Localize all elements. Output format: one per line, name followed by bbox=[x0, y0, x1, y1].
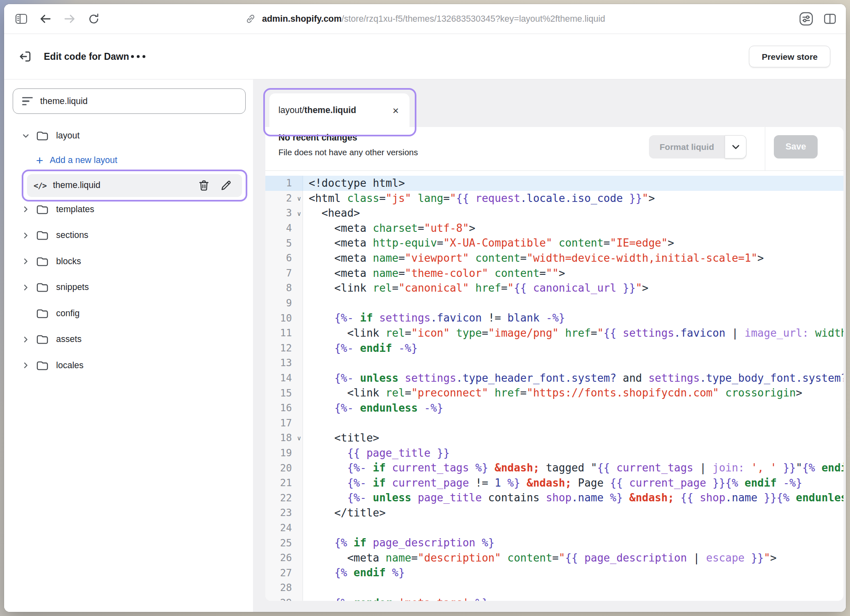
fold-icon[interactable]: ∨ bbox=[297, 210, 301, 217]
line-number: 10 bbox=[280, 313, 303, 324]
code-line-6[interactable]: 6 <meta name="viewport" content="width=d… bbox=[265, 251, 843, 266]
code-line-18[interactable]: 18∨ <title> bbox=[265, 430, 843, 446]
sidebar-item-theme.liquid[interactable]: </>theme.liquid bbox=[27, 174, 242, 197]
folder-icon bbox=[36, 256, 49, 267]
code-line-16[interactable]: 16 {%- endunless -%} bbox=[265, 401, 843, 416]
status-title: No recent changes bbox=[278, 133, 357, 143]
file-search-input[interactable] bbox=[40, 96, 245, 106]
code-line-22[interactable]: 22 {%- unless page_title contains shop.n… bbox=[265, 490, 843, 505]
code-line-27[interactable]: 27 {% endif %} bbox=[265, 565, 843, 580]
app-header: Edit code for Dawn Preview store bbox=[4, 34, 846, 79]
line-number: 13 bbox=[280, 357, 303, 369]
address-bar[interactable]: admin.shopify.com/store/rzq1xu-f5/themes… bbox=[245, 4, 605, 34]
chevron-right-icon[interactable] bbox=[20, 284, 31, 291]
back-icon[interactable] bbox=[39, 13, 52, 25]
url-host: admin.shopify.com bbox=[262, 14, 341, 24]
page-title: Edit code for Dawn bbox=[44, 51, 129, 62]
line-number: 20 bbox=[280, 462, 303, 474]
chevron-right-icon[interactable] bbox=[20, 336, 31, 343]
code-line-1[interactable]: 1<!doctype html> bbox=[265, 176, 843, 191]
folder-icon bbox=[36, 334, 49, 345]
format-liquid-button[interactable]: Format liquid bbox=[649, 135, 725, 159]
code-line-5[interactable]: 5 <meta http-equiv="X-UA-Compatible" con… bbox=[265, 236, 843, 251]
line-number: 25 bbox=[280, 537, 303, 549]
sidebar-item-assets[interactable]: assets bbox=[4, 326, 253, 353]
folder-icon bbox=[36, 360, 49, 371]
sidebar-item-blocks[interactable]: blocks bbox=[4, 249, 253, 275]
chevron-right-icon[interactable] bbox=[20, 232, 31, 239]
code-line-25[interactable]: 25 {% if page_description %} bbox=[265, 535, 843, 550]
sidebar-toggle-icon[interactable] bbox=[15, 13, 28, 25]
line-number: 11 bbox=[280, 327, 303, 339]
format-options-caret[interactable] bbox=[725, 135, 746, 159]
sidebar-item-locales[interactable]: locales bbox=[4, 353, 253, 379]
folder-icon bbox=[36, 230, 49, 241]
code-file-icon: </> bbox=[34, 181, 46, 190]
file-search-box[interactable] bbox=[13, 88, 246, 114]
line-number: 29 bbox=[280, 597, 303, 601]
tab-close-icon[interactable]: × bbox=[391, 104, 400, 117]
code-line-12[interactable]: 12 {%- endif -%} bbox=[265, 341, 843, 356]
tab-theme-liquid[interactable]: layout/theme.liquid × bbox=[269, 93, 409, 127]
sidebar-item-templates[interactable]: templates bbox=[4, 197, 253, 223]
delete-file-icon[interactable] bbox=[198, 179, 210, 192]
file-tree: layout+Add a new layout</>theme.liquidte… bbox=[4, 123, 253, 378]
preview-store-button[interactable]: Preview store bbox=[749, 46, 830, 68]
code-line-9[interactable]: 9 bbox=[265, 296, 843, 311]
code-line-29[interactable]: 29 {% render 'meta-tags' %} bbox=[265, 596, 843, 601]
chevron-down-icon[interactable] bbox=[20, 132, 31, 140]
line-number: 26 bbox=[280, 552, 303, 564]
code-line-20[interactable]: 20 {%- if current_tags %} &ndash; tagged… bbox=[265, 460, 843, 476]
code-line-3[interactable]: 3∨ <head> bbox=[265, 206, 843, 221]
chevron-right-icon[interactable] bbox=[20, 206, 31, 213]
code-line-2[interactable]: 2∨<html class="js" lang="{{ request.loca… bbox=[265, 191, 843, 206]
page-settings-icon[interactable] bbox=[798, 11, 814, 27]
editor-pane: layout/theme.liquid × No recent changes … bbox=[253, 79, 846, 612]
fold-icon[interactable]: ∨ bbox=[297, 195, 301, 202]
reload-icon[interactable] bbox=[87, 12, 100, 25]
url-path: /store/rzq1xu-f5/themes/132683530345?key… bbox=[341, 14, 605, 24]
line-number: 1 bbox=[286, 177, 303, 189]
code-line-14[interactable]: 14 {%- unless settings.type_header_font.… bbox=[265, 371, 843, 386]
file-sidebar: layout+Add a new layout</>theme.liquidte… bbox=[4, 79, 253, 612]
code-line-10[interactable]: 10 {%- if settings.favicon != blank -%} bbox=[265, 310, 843, 326]
code-line-24[interactable]: 24 bbox=[265, 521, 843, 536]
code-line-7[interactable]: 7 <meta name="theme-color" content=""> bbox=[265, 266, 843, 281]
forward-icon[interactable] bbox=[63, 13, 76, 25]
line-number: 12 bbox=[280, 342, 303, 354]
save-button[interactable]: Save bbox=[774, 135, 818, 159]
header-divider bbox=[765, 127, 765, 170]
exit-editor-icon[interactable] bbox=[16, 48, 34, 66]
chevron-right-icon[interactable] bbox=[20, 362, 31, 369]
tab-label: layout/theme.liquid bbox=[278, 105, 391, 116]
chevron-right-icon[interactable] bbox=[20, 258, 31, 265]
code-editor[interactable]: 1<!doctype html>2∨<html class="js" lang=… bbox=[265, 171, 843, 601]
code-line-26[interactable]: 26 <meta name="description" content="{{ … bbox=[265, 550, 843, 566]
code-line-23[interactable]: 23 </title> bbox=[265, 505, 843, 521]
code-line-4[interactable]: 4 <meta charset="utf-8"> bbox=[265, 221, 843, 236]
more-actions-icon[interactable] bbox=[127, 51, 149, 62]
code-line-13[interactable]: 13 bbox=[265, 356, 843, 371]
split-view-icon[interactable] bbox=[823, 12, 837, 25]
code-line-21[interactable]: 21 {%- if current_page != 1 %} &ndash; P… bbox=[265, 476, 843, 491]
line-number: 16 bbox=[280, 402, 303, 414]
code-line-28[interactable]: 28 bbox=[265, 580, 843, 596]
fold-icon[interactable]: ∨ bbox=[297, 435, 301, 442]
code-line-19[interactable]: 19 {{ page_title }} bbox=[265, 446, 843, 461]
code-line-17[interactable]: 17 bbox=[265, 416, 843, 431]
line-number: 9 bbox=[286, 297, 303, 309]
line-number: 28 bbox=[280, 582, 303, 593]
code-line-8[interactable]: 8 <link rel="canonical" href="{{ canonic… bbox=[265, 281, 843, 296]
line-number: 5 bbox=[286, 238, 303, 249]
sidebar-item-sections[interactable]: sections bbox=[4, 222, 253, 249]
sidebar-item-layout[interactable]: layout bbox=[4, 123, 253, 149]
folder-icon bbox=[36, 308, 49, 319]
sidebar-item-config[interactable]: config bbox=[4, 301, 253, 327]
rename-file-icon[interactable] bbox=[220, 179, 232, 192]
code-line-15[interactable]: 15 <link rel="preconnect" href="https://… bbox=[265, 385, 843, 401]
line-number: 23 bbox=[280, 507, 303, 519]
browser-toolbar: admin.shopify.com/store/rzq1xu-f5/themes… bbox=[4, 4, 846, 34]
add-new-layout-link[interactable]: +Add a new layout bbox=[4, 149, 253, 172]
code-line-11[interactable]: 11 <link rel="icon" type="image/png" hre… bbox=[265, 326, 843, 341]
sidebar-item-snippets[interactable]: snippets bbox=[4, 274, 253, 301]
